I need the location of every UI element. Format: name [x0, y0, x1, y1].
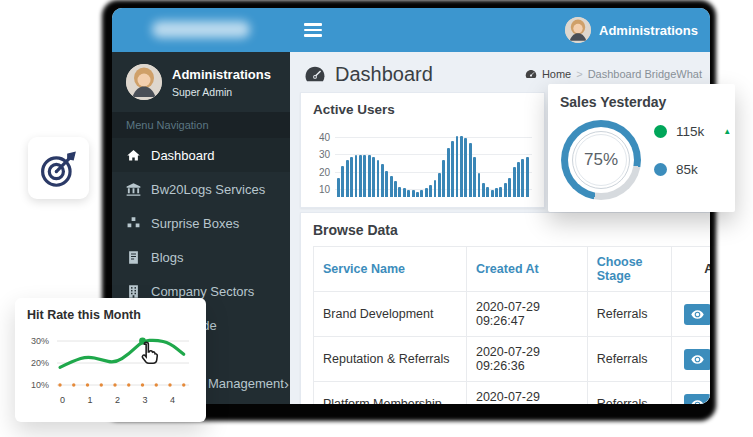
logo-zone	[112, 8, 290, 52]
menu-section-label: Menu Navigation	[112, 112, 290, 138]
breadcrumb-separator: >	[576, 68, 582, 80]
gauge-icon	[525, 69, 537, 79]
sidebar-item-dashboard[interactable]: Dashboard	[112, 138, 290, 172]
topnav: Administrations	[290, 8, 710, 52]
blue-dot-icon	[654, 163, 667, 176]
svg-text:0: 0	[60, 395, 65, 405]
target-dart-icon	[36, 145, 82, 191]
sidebar-item-blogs[interactable]: Blogs	[112, 240, 290, 274]
browse-data-title: Browse Data	[313, 222, 699, 238]
sidebar-item-bw20logs-services[interactable]: Bw20Logs Services	[112, 172, 290, 206]
hit-rate-card: Hit Rate this Month 30% 20% 10% 0 1 2 3 …	[15, 298, 206, 422]
hand-pointer-cursor	[142, 342, 157, 363]
svg-text:2: 2	[115, 395, 120, 405]
col-actions: Actions	[672, 247, 710, 292]
col-choose-stage[interactable]: Choose Stage	[587, 247, 672, 292]
svg-text:10%: 10%	[31, 380, 49, 390]
svg-text:3: 3	[143, 395, 148, 405]
app-logo-blurred	[152, 21, 250, 38]
screenshot-stage: Administrations Administrations Super Ad…	[0, 0, 753, 437]
breadcrumb-current: Dashboard BridgeWhat	[588, 68, 702, 80]
active-users-chart: 10203040	[313, 125, 532, 197]
table-row: Platform Membership 2020-07-29 09:26:25 …	[314, 382, 711, 405]
sidebar-item-surprise-boxes[interactable]: Surprise Boxes	[112, 206, 290, 240]
table-row: Reputation & Referrals 2020-07-29 09:26:…	[314, 337, 711, 382]
legend-item: 85k	[654, 162, 731, 177]
topbar-user-name: Administrations	[599, 23, 698, 38]
chevron-right-icon: ›	[284, 375, 289, 392]
sales-donut-chart: 75%	[561, 120, 641, 200]
sidebar-user-role: Super Admin	[172, 86, 271, 98]
eye-icon	[691, 354, 704, 365]
bank-icon	[126, 182, 141, 197]
cubes-icon	[126, 216, 141, 231]
home-icon	[126, 148, 141, 163]
avatar	[126, 64, 162, 100]
active-users-card: Active Users 10203040	[300, 92, 545, 208]
sales-legend: 115k ▲ 85k	[654, 124, 731, 200]
svg-text:1: 1	[88, 395, 93, 405]
topbar-user-menu[interactable]: Administrations	[565, 17, 698, 43]
table-header-row: Service Name Created At Choose Stage Act…	[314, 247, 711, 292]
svg-text:4: 4	[170, 395, 175, 405]
active-users-bars	[335, 125, 532, 197]
col-created-at[interactable]: Created At	[466, 247, 587, 292]
blog-icon	[126, 250, 141, 265]
building-icon	[126, 284, 141, 299]
topbar: Administrations	[112, 8, 710, 52]
breadcrumb-home-link[interactable]: Home	[542, 68, 571, 80]
table-row: Brand Development 2020-07-29 09:26:47 Re…	[314, 292, 711, 337]
col-service-name[interactable]: Service Name	[314, 247, 467, 292]
trend-up-icon: ▲	[723, 127, 731, 136]
browse-data-table: Service Name Created At Choose Stage Act…	[313, 246, 710, 404]
hit-rate-chart: 30% 20% 10% 0 1 2 3 4	[27, 325, 194, 411]
svg-text:20%: 20%	[31, 358, 49, 368]
hit-rate-title: Hit Rate this Month	[27, 308, 194, 322]
legend-item: 115k ▲	[654, 124, 731, 139]
target-icon-card	[28, 137, 89, 199]
browse-data-panel: Browse Data Service Name Created At Choo…	[300, 212, 710, 404]
sales-yesterday-card: Sales Yesterday 75% 115k ▲ 85k	[548, 84, 735, 212]
view-button[interactable]	[684, 304, 710, 325]
breadcrumb: Home > Dashboard BridgeWhat	[525, 68, 702, 80]
active-users-plot	[335, 125, 532, 197]
avatar	[565, 17, 591, 43]
green-dot-icon	[654, 125, 667, 138]
eye-icon	[691, 309, 704, 320]
gauge-icon	[304, 65, 326, 83]
hamburger-menu-icon[interactable]	[304, 23, 322, 37]
active-users-title: Active Users	[313, 102, 532, 117]
sales-yesterday-title: Sales Yesterday	[560, 94, 723, 110]
eye-icon	[691, 399, 704, 405]
view-button[interactable]	[684, 349, 710, 370]
active-users-ylabels: 10203040	[313, 125, 335, 197]
svg-text:30%: 30%	[31, 336, 49, 346]
page-title: Dashboard	[304, 63, 433, 86]
sidebar-user-panel: Administrations Super Admin	[112, 52, 290, 112]
sales-percent: 75%	[561, 120, 641, 200]
sidebar-user-name: Administrations	[172, 67, 271, 82]
